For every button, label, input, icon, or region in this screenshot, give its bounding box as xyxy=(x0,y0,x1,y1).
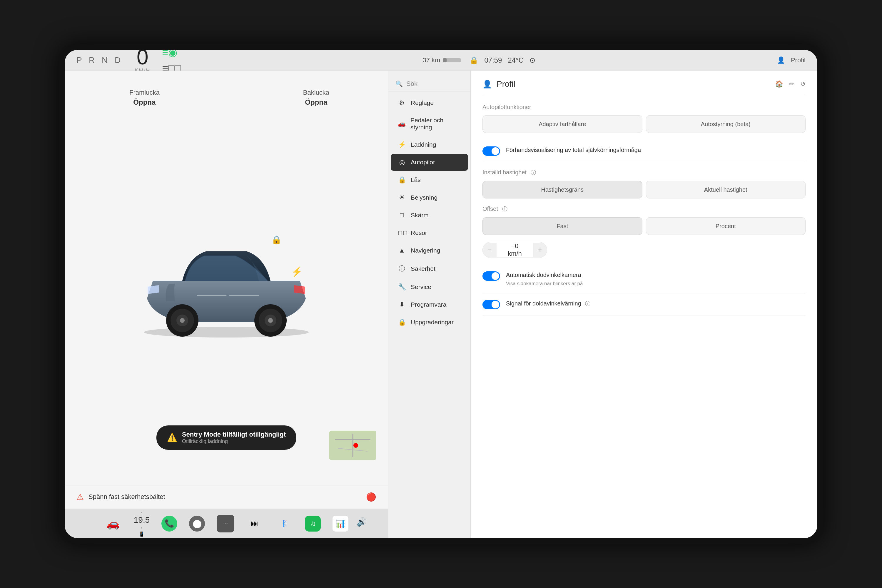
nav-label-resor: Resor xyxy=(411,230,427,236)
nav-item-service[interactable]: 🔧 Service xyxy=(391,278,468,296)
phone-status-icon: 📱 xyxy=(139,531,145,537)
navigering-icon: ▲ xyxy=(398,247,406,254)
search-bar[interactable]: 🔍 Sök xyxy=(388,76,470,92)
car-taskbar-icon[interactable]: 🚗 xyxy=(104,515,122,532)
nav-menu: 🔍 Sök ⚙ Reglage 🚗 Pedaler och styrning ⚡… xyxy=(388,70,471,538)
current-speed-button[interactable]: Aktuell hastighet xyxy=(646,181,806,198)
volume-taskbar-icon[interactable]: 🔊 xyxy=(353,513,370,531)
svg-point-8 xyxy=(268,318,273,323)
nav-label-pedaler: Pedaler och styrning xyxy=(410,117,461,131)
phone-taskbar-icon[interactable]: 📞 xyxy=(161,516,177,531)
speed-display: 0 KM/H xyxy=(135,50,150,74)
nav-item-pedaler[interactable]: 🚗 Pedaler och styrning xyxy=(391,112,468,135)
nav-item-uppgraderingar[interactable]: 🔒 Uppgraderingar xyxy=(391,314,468,331)
calendar-taskbar-icon[interactable]: 📊 xyxy=(333,516,348,531)
door-rear-label-text: Baklucka xyxy=(303,88,329,98)
sentry-warning-icon: ⚠️ xyxy=(167,433,177,442)
speed-button-group: Hastighetsgräns Aktuell hastighet xyxy=(483,181,806,198)
nav-label-skarm: Skärm xyxy=(411,212,429,219)
nav-label-service: Service xyxy=(411,284,431,291)
time-display: 07:59 xyxy=(484,56,502,64)
nav-item-resor[interactable]: ⊓⊓ Resor xyxy=(391,224,468,242)
map-svg xyxy=(329,431,376,460)
fsd-toggle[interactable] xyxy=(483,146,500,156)
autosteering-label: Autostyrning (beta) xyxy=(652,120,800,128)
bluetooth-taskbar-icon[interactable]: ᛒ xyxy=(276,515,293,532)
blind-spot-warning-row: Signal för doldavinkelvärning ⓘ xyxy=(483,293,806,315)
battery-km: 37 km xyxy=(423,57,440,64)
adaptive-cruise-button[interactable]: Adaptiv farthållare xyxy=(483,115,642,133)
nav-label-navigering: Navigering xyxy=(411,247,440,254)
service-icon: 🔧 xyxy=(398,283,406,291)
profile-label[interactable]: Profil xyxy=(791,57,806,64)
svg-text:🔒: 🔒 xyxy=(272,235,282,244)
svg-text:⚡: ⚡ xyxy=(291,266,303,277)
warning-triangle-icon: ⚠ xyxy=(76,492,84,502)
resor-icon: ⊓⊓ xyxy=(398,229,406,237)
blind-spot-warning-toggle[interactable] xyxy=(483,300,500,309)
nav-item-las[interactable]: 🔒 Lås xyxy=(391,171,468,189)
reglage-icon: ⚙ xyxy=(398,99,406,107)
las-icon: 🔒 xyxy=(398,176,406,184)
laddning-icon: ⚡ xyxy=(398,141,406,148)
speed-offset-value: +0 km/h xyxy=(496,242,533,258)
temperature-display: 24°C xyxy=(508,56,524,64)
nav-item-skarm[interactable]: □ Skärm xyxy=(391,207,468,224)
speed-value: 0 xyxy=(137,50,148,68)
nav-item-programvara[interactable]: ⬇ Programvara xyxy=(391,296,468,313)
right-panel: 🔍 Sök ⚙ Reglage 🚗 Pedaler och styrning ⚡… xyxy=(388,70,818,538)
warning-info-icon: ⓘ xyxy=(585,301,590,307)
clock-icon: ⊙ xyxy=(530,56,536,64)
offset-info-icon: ⓘ xyxy=(502,206,507,212)
seatbelt-warning-text: Spänn fast säkerhetsbältet xyxy=(88,493,165,501)
nav-label-las: Lås xyxy=(411,176,421,183)
adaptive-cruise-label: Adaptiv farthållare xyxy=(489,120,636,128)
bottom-warning: ⚠ Spänn fast säkerhetsbältet 🔴 xyxy=(64,485,388,508)
skip-taskbar-icon[interactable]: ⏭ xyxy=(246,515,264,532)
camera-taskbar-icon[interactable]: ⬤ xyxy=(189,516,205,531)
autosteering-button[interactable]: Autostyrning (beta) xyxy=(646,115,806,133)
screen-bezel: P R N D 0 KM/H ≡D ≡◉ ≡□□ ⚠ 37 km 🔒 07:59 xyxy=(59,44,823,544)
autopilot-functions-label: Autopilotfunktioner xyxy=(483,104,806,111)
speed-decrease-button[interactable]: − xyxy=(483,243,496,257)
fan-indicator: ≡◉ xyxy=(162,50,181,58)
settings-title: Profil xyxy=(496,80,515,89)
profile-icon: 👤 xyxy=(777,57,785,64)
nav-item-autopilot[interactable]: ◎ Autopilot xyxy=(391,154,468,171)
prev-chevron: ‹ xyxy=(141,510,142,514)
door-front-label: Framlucka xyxy=(129,88,160,98)
fsd-toggle-label: Förhandsvisualisering av total självkörn… xyxy=(506,146,806,154)
car-svg: ⚡ 🔒 xyxy=(123,216,329,340)
sentry-title: Sentry Mode tillfälligt otillgängligt xyxy=(182,431,286,438)
nav-label-programvara: Programvara xyxy=(411,301,446,308)
media-taskbar-icon[interactable]: ··· xyxy=(217,515,234,532)
sakerhet-icon: ⓘ xyxy=(398,264,406,273)
settings-content: 👤 Profil 🏠 ✏ ↺ Autopilotfunktioner Adapt… xyxy=(471,70,818,538)
offset-percent-button[interactable]: Procent xyxy=(646,217,806,235)
speed-limit-button[interactable]: Hastighetsgräns xyxy=(483,181,642,198)
taskbar: 🚗 ‹ 19.5 › 📱 📞 ⬤ ··· xyxy=(64,508,388,538)
nav-item-belysning[interactable]: ☀ Belysning xyxy=(391,189,468,206)
settings-header: 👤 Profil 🏠 ✏ ↺ xyxy=(483,80,806,95)
status-bar-right: 👤 Profil xyxy=(777,57,806,64)
speed-offset-control: − +0 km/h + xyxy=(483,242,547,258)
nav-item-navigering[interactable]: ▲ Navigering xyxy=(391,242,468,259)
nav-item-laddning[interactable]: ⚡ Laddning xyxy=(391,136,468,153)
autopilot-icon: ◎ xyxy=(398,159,406,166)
offset-button-group: Fast Procent xyxy=(483,217,806,235)
blind-spot-camera-toggle[interactable] xyxy=(483,272,500,281)
offset-fixed-button[interactable]: Fast xyxy=(483,217,642,235)
nav-item-sakerhet[interactable]: ⓘ Säkerhet xyxy=(391,260,468,278)
seatbelt-red-icon: 🔴 xyxy=(366,492,376,502)
spotify-taskbar-icon[interactable]: ♫ xyxy=(305,516,321,531)
speed-section-label: Inställd hastighet ⓘ xyxy=(483,169,806,176)
speed-increase-button[interactable]: + xyxy=(533,243,547,257)
nav-item-reglage[interactable]: ⚙ Reglage xyxy=(391,94,468,111)
left-panel: Framlucka Öppna Baklucka Öppna xyxy=(64,70,388,538)
sub-icons: 📱 xyxy=(139,531,145,537)
speed-limit-label: Hastighetsgräns xyxy=(541,186,584,193)
nav-label-autopilot: Autopilot xyxy=(411,159,435,166)
offset-section-label: Offset ⓘ xyxy=(483,206,806,213)
map-thumbnail xyxy=(329,431,376,460)
profile-home-icon: 🏠 xyxy=(775,80,783,88)
